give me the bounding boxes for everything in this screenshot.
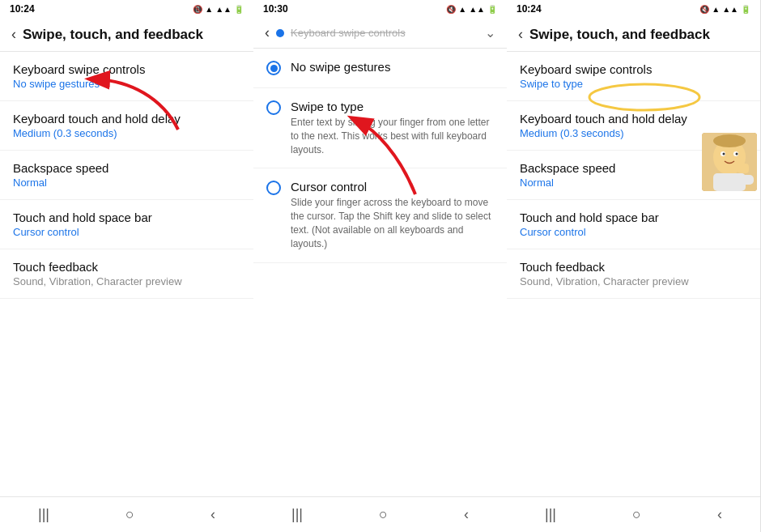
phone3-item-feedback-sub: Sound, Vibration, Character preview xyxy=(520,275,747,287)
phone1-item-feedback[interactable]: Touch feedback Sound, Vibration, Charact… xyxy=(0,249,253,299)
phone2-option-swipe-type-label: Swipe to type xyxy=(291,100,494,113)
phone3-mute-icon: 🔇 xyxy=(699,5,709,14)
phone1-item-feedback-title: Touch feedback xyxy=(13,260,240,274)
phone1-settings-list: Keyboard swipe controls No swipe gesture… xyxy=(0,52,253,496)
svg-point-7 xyxy=(723,153,725,155)
phone3-wifi-icon: ▲ xyxy=(712,5,720,14)
phone3-header: ‹ Swipe, touch, and feedback xyxy=(507,18,760,52)
phone2-wrapper: 10:30 🔇 ▲ ▲▲ 🔋 ‹ Keyboard swipe controls… xyxy=(253,0,507,532)
phone1-header-title: Swipe, touch, and feedback xyxy=(23,27,203,43)
phone1-item-spacebar-sub: Cursor control xyxy=(13,226,240,238)
phone1-wrapper: 10:24 📵 ▲ ▲▲ 🔋 ‹ Swipe, touch, and feedb… xyxy=(0,0,253,532)
phone2: 10:30 🔇 ▲ ▲▲ 🔋 ‹ Keyboard swipe controls… xyxy=(253,0,507,532)
phone3-status-icons: 🔇 ▲ ▲▲ 🔋 xyxy=(699,5,750,14)
phone1-item-touch-hold-sub: Medium (0.3 seconds) xyxy=(13,127,240,139)
phone2-wifi-icon: ▲ xyxy=(458,5,466,14)
phone1-back-button[interactable]: ‹ xyxy=(11,26,16,43)
phone1-battery-icon: 🔋 xyxy=(234,5,244,14)
phone3-item-keyboard-swipe-title: Keyboard swipe controls xyxy=(520,62,747,76)
phone2-radio-cursor[interactable] xyxy=(266,181,281,195)
phone2-option-cursor[interactable]: Cursor control Slide your finger across … xyxy=(253,168,507,262)
phone3-back-button[interactable]: ‹ xyxy=(518,26,523,43)
phone3-item-spacebar-title: Touch and hold space bar xyxy=(520,211,747,224)
phone2-status-bar: 10:30 🔇 ▲ ▲▲ 🔋 xyxy=(253,0,507,18)
phone2-option-no-swipe-text: No swipe gestures xyxy=(291,60,390,76)
phone2-nav-recent[interactable]: ||| xyxy=(291,506,303,523)
phone2-status-icons: 🔇 ▲ ▲▲ 🔋 xyxy=(446,5,497,14)
phone1-item-backspace-sub: Normal xyxy=(13,177,240,189)
phone2-option-swipe-type-text: Swipe to type Enter text by sliding your… xyxy=(291,100,494,156)
phone2-option-cursor-desc: Slide your finger across the keyboard to… xyxy=(291,196,494,250)
phone2-radio-swipe-type[interactable] xyxy=(266,100,281,115)
phone3-time: 10:24 xyxy=(517,3,542,15)
phone2-option-no-swipe-label: No swipe gestures xyxy=(291,60,390,74)
phone1-time: 10:24 xyxy=(10,3,35,15)
svg-rect-9 xyxy=(738,164,749,173)
phone1-nav-bar: ||| ○ ‹ xyxy=(0,496,253,532)
phone3-item-spacebar[interactable]: Touch and hold space bar Cursor control xyxy=(507,200,760,249)
phone1-nav-back[interactable]: ‹ xyxy=(210,506,215,523)
phone3-status-bar: 10:24 🔇 ▲ ▲▲ 🔋 xyxy=(507,0,760,18)
phone3: 10:24 🔇 ▲ ▲▲ 🔋 ‹ Swipe, touch, and feedb… xyxy=(507,0,760,532)
phone2-dropdown-dot xyxy=(276,29,284,37)
phone3-item-spacebar-sub: Cursor control xyxy=(520,226,747,238)
phone1-status-icons: 📵 ▲ ▲▲ 🔋 xyxy=(193,5,244,14)
phone2-signal-icon: ▲▲ xyxy=(469,5,485,14)
phone3-item-feedback-title: Touch feedback xyxy=(520,260,747,274)
baby-meme-image xyxy=(702,133,757,191)
phone2-option-cursor-label: Cursor control xyxy=(291,180,494,194)
phone1-item-keyboard-swipe-title: Keyboard swipe controls xyxy=(13,62,240,76)
phone2-radio-no-swipe[interactable] xyxy=(266,61,281,75)
phone2-time: 10:30 xyxy=(263,3,288,15)
phone2-nav-bar: ||| ○ ‹ xyxy=(253,496,507,532)
phone2-option-cursor-text: Cursor control Slide your finger across … xyxy=(291,180,494,250)
phone1-network-icon: ▲▲ xyxy=(215,5,232,14)
phone1-item-touch-hold-title: Keyboard touch and hold delay xyxy=(13,112,240,126)
phone3-nav-home[interactable]: ○ xyxy=(632,506,641,523)
phone3-header-title: Swipe, touch, and feedback xyxy=(529,27,710,43)
phone1-item-keyboard-swipe[interactable]: Keyboard swipe controls No swipe gesture… xyxy=(0,52,253,101)
phones-container: 10:24 📵 ▲ ▲▲ 🔋 ‹ Swipe, touch, and feedb… xyxy=(0,0,761,532)
phone3-battery-icon: 🔋 xyxy=(741,5,750,14)
phone1-item-spacebar-title: Touch and hold space bar xyxy=(13,211,240,224)
phone2-nav-home[interactable]: ○ xyxy=(379,506,388,523)
phone1-nav-recent[interactable]: ||| xyxy=(38,506,49,523)
phone2-option-swipe-type[interactable]: Swipe to type Enter text by sliding your… xyxy=(253,88,507,168)
svg-point-4 xyxy=(713,134,746,147)
phone3-settings-list: Keyboard swipe controls Swipe to type Ke… xyxy=(507,52,760,496)
phone3-item-keyboard-swipe[interactable]: Keyboard swipe controls Swipe to type xyxy=(507,52,760,101)
phone2-mute-icon: 🔇 xyxy=(446,5,456,14)
phone3-wrapper: 10:24 🔇 ▲ ▲▲ 🔋 ‹ Swipe, touch, and feedb… xyxy=(507,0,760,532)
phone1-item-backspace-title: Backspace speed xyxy=(13,161,240,175)
phone2-chevron-icon[interactable]: ⌄ xyxy=(485,25,495,40)
phone2-option-swipe-type-desc: Enter text by sliding your finger from o… xyxy=(291,116,494,156)
phone1-nav-home[interactable]: ○ xyxy=(125,506,134,523)
phone1-header: ‹ Swipe, touch, and feedback xyxy=(0,18,253,52)
svg-rect-10 xyxy=(713,173,746,191)
phone3-item-touch-hold-title: Keyboard touch and hold delay xyxy=(520,112,747,126)
phone3-nav-bar: ||| ○ ‹ xyxy=(507,496,760,532)
svg-rect-11 xyxy=(741,175,754,185)
phone3-nav-recent[interactable]: ||| xyxy=(545,506,556,523)
phone2-radio-list: No swipe gestures Swipe to type Enter te… xyxy=(253,49,507,496)
phone2-option-no-swipe[interactable]: No swipe gestures xyxy=(253,49,507,88)
phone1-wifi-icon: ▲ xyxy=(205,5,213,14)
phone1-signal-icon: 📵 xyxy=(193,5,202,14)
phone2-dropdown-title: Keyboard swipe controls xyxy=(291,27,478,39)
phone3-nav-back[interactable]: ‹ xyxy=(717,506,722,523)
phone1-item-spacebar[interactable]: Touch and hold space bar Cursor control xyxy=(0,200,253,249)
phone3-item-keyboard-swipe-sub: Swipe to type xyxy=(520,78,747,90)
phone1: 10:24 📵 ▲ ▲▲ 🔋 ‹ Swipe, touch, and feedb… xyxy=(0,0,253,532)
phone1-status-bar: 10:24 📵 ▲ ▲▲ 🔋 xyxy=(0,0,253,18)
phone2-battery-icon: 🔋 xyxy=(487,5,497,14)
phone3-item-feedback[interactable]: Touch feedback Sound, Vibration, Charact… xyxy=(507,249,760,299)
phone2-dropdown-header[interactable]: ‹ Keyboard swipe controls ⌄ xyxy=(253,18,507,49)
phone2-back-button[interactable]: ‹ xyxy=(265,24,270,41)
phone2-nav-back[interactable]: ‹ xyxy=(464,506,469,523)
phone1-item-keyboard-swipe-sub: No swipe gestures xyxy=(13,78,240,90)
phone1-item-touch-hold[interactable]: Keyboard touch and hold delay Medium (0.… xyxy=(0,101,253,151)
phone3-signal-icon: ▲▲ xyxy=(722,5,738,14)
svg-point-8 xyxy=(736,153,738,155)
phone1-item-feedback-sub: Sound, Vibration, Character preview xyxy=(13,275,240,287)
phone1-item-backspace[interactable]: Backspace speed Normal xyxy=(0,151,253,200)
